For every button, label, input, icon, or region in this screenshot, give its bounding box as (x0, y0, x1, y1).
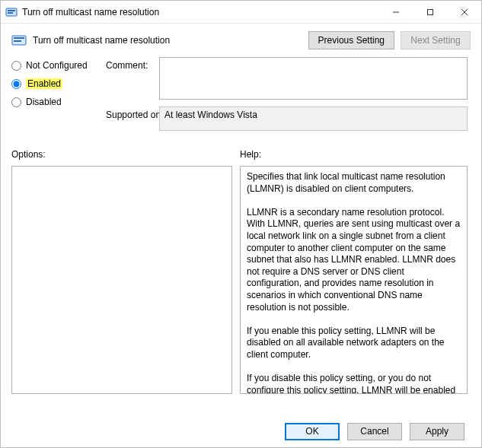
svg-rect-9 (14, 40, 21, 42)
radio-not-configured-label: Not Configured (26, 60, 88, 71)
svg-rect-1 (8, 10, 15, 11)
close-button[interactable] (447, 1, 481, 23)
policy-title: Turn off multicast name resolution (33, 35, 308, 46)
header-row: Turn off multicast name resolution Previ… (1, 24, 481, 54)
comment-input[interactable] (159, 57, 468, 100)
window-controls (378, 1, 481, 23)
svg-rect-8 (14, 37, 24, 39)
supported-on-label: Supported on: (106, 106, 159, 120)
content-panes: Specifies that link local multicast name… (1, 163, 481, 394)
state-radio-group: Not Configured Enabled Disabled (11, 57, 106, 115)
supported-on-value: At least Windows Vista (159, 106, 468, 131)
apply-button[interactable]: Apply (410, 423, 464, 440)
ok-button[interactable]: OK (285, 423, 340, 440)
window-title: Turn off multicast name resolution (22, 7, 378, 17)
svg-rect-4 (427, 9, 433, 14)
help-pane: Specifies that link local multicast name… (240, 166, 468, 394)
comment-label: Comment: (106, 57, 159, 71)
radio-not-configured-input[interactable] (11, 61, 21, 71)
dialog-footer: OK Cancel Apply (1, 415, 481, 447)
cancel-button[interactable]: Cancel (347, 423, 402, 440)
supported-on-text: At least Windows Vista (164, 110, 257, 120)
section-labels: Options: Help: (1, 138, 481, 163)
radio-enabled[interactable]: Enabled (11, 78, 106, 89)
policy-icon (11, 33, 27, 48)
radio-enabled-label: Enabled (26, 78, 62, 89)
radio-enabled-input[interactable] (11, 79, 21, 89)
titlebar: Turn off multicast name resolution (1, 1, 481, 24)
svg-rect-2 (8, 12, 13, 14)
radio-not-configured[interactable]: Not Configured (11, 60, 106, 71)
help-label: Help: (240, 149, 261, 160)
next-setting-button: Next Setting (401, 31, 471, 49)
radio-disabled[interactable]: Disabled (11, 97, 106, 107)
options-label: Options: (11, 149, 240, 160)
policy-icon (5, 6, 18, 18)
maximize-button[interactable] (413, 1, 447, 23)
radio-disabled-input[interactable] (11, 97, 21, 107)
options-pane (11, 166, 232, 394)
config-area: Not Configured Enabled Disabled Comment:… (1, 54, 481, 138)
previous-setting-button[interactable]: Previous Setting (308, 31, 394, 49)
minimize-button[interactable] (378, 1, 413, 23)
radio-disabled-label: Disabled (26, 97, 62, 107)
help-text: Specifies that link local multicast name… (247, 171, 462, 394)
